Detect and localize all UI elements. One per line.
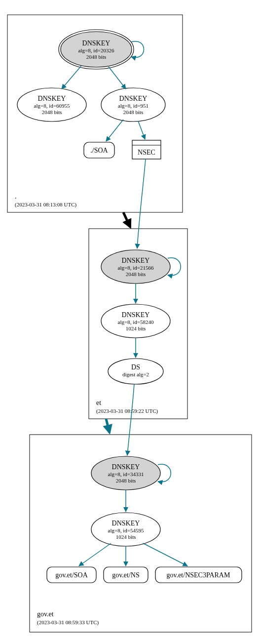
svg-text:gov.et/NS: gov.et/NS bbox=[112, 571, 139, 579]
svg-text:2048 bits: 2048 bits bbox=[116, 478, 136, 483]
node-et-ds: DS digest alg=2 bbox=[108, 359, 163, 384]
svg-text:DNSKEY: DNSKEY bbox=[112, 520, 140, 527]
edge-root-into-et bbox=[123, 212, 130, 227]
zone-root-timestamp: (2023-03-31 08:13:08 UTC) bbox=[15, 201, 77, 208]
svg-text:DNSKEY: DNSKEY bbox=[112, 463, 140, 471]
zone-gov-et-label: gov.et bbox=[37, 610, 54, 618]
svg-text:alg=8, id=20326: alg=8, id=20326 bbox=[78, 47, 114, 53]
node-et-ksk: DNSKEY alg=8, id=21566 2048 bits bbox=[101, 250, 170, 283]
svg-text:1024 bits: 1024 bits bbox=[126, 325, 146, 331]
edge-et-into-gov bbox=[106, 419, 110, 433]
node-root-nsec: NSEC bbox=[132, 140, 161, 159]
edge-govzsk-to-soa bbox=[79, 543, 111, 566]
zone-et-timestamp: (2023-03-31 08:59:22 UTC) bbox=[96, 408, 158, 414]
svg-text:digest alg=2: digest alg=2 bbox=[122, 371, 149, 377]
node-gov-ns: gov.et/NS bbox=[104, 567, 148, 583]
svg-text:alg=8, id=951: alg=8, id=951 bbox=[118, 103, 148, 109]
node-root-zsk-60955: DNSKEY alg=8, id=60955 2048 bits bbox=[17, 88, 86, 121]
dnssec-diagram: . (2023-03-31 08:13:08 UTC) DNSKEY alg=8… bbox=[0, 0, 259, 644]
svg-text:1024 bits: 1024 bits bbox=[116, 534, 136, 540]
zone-et: et (2023-03-31 08:59:22 UTC) DNSKEY alg=… bbox=[89, 229, 187, 419]
node-gov-nsec3param: gov.et/NSEC3PARAM bbox=[155, 567, 242, 583]
node-root-ksk: DNSKEY alg=8, id=20326 2048 bits bbox=[59, 30, 134, 69]
svg-text:2048 bits: 2048 bits bbox=[123, 109, 144, 115]
svg-text:alg=8, id=21566: alg=8, id=21566 bbox=[118, 265, 154, 271]
node-root-zsk-951: DNSKEY alg=8, id=951 2048 bits bbox=[101, 88, 165, 121]
svg-text:DNSKEY: DNSKEY bbox=[122, 311, 150, 319]
svg-text:DNSKEY: DNSKEY bbox=[38, 95, 66, 102]
svg-text:2048 bits: 2048 bits bbox=[86, 54, 107, 60]
edge-govzsk-to-nsec3p bbox=[143, 543, 187, 566]
svg-text:./SOA: ./SOA bbox=[90, 147, 108, 154]
zone-root-label: . bbox=[15, 193, 17, 200]
svg-text:alg=8, id=60955: alg=8, id=60955 bbox=[34, 103, 70, 109]
svg-text:DNSKEY: DNSKEY bbox=[82, 40, 111, 47]
svg-text:alg=8, id=34331: alg=8, id=34331 bbox=[108, 471, 144, 477]
node-et-zsk: DNSKEY alg=8, id=58240 1024 bits bbox=[101, 304, 170, 338]
svg-text:DS: DS bbox=[131, 363, 140, 371]
svg-text:gov.et/NSEC3PARAM: gov.et/NSEC3PARAM bbox=[167, 571, 230, 579]
svg-text:gov.et/SOA: gov.et/SOA bbox=[55, 571, 88, 579]
svg-text:2048 bits: 2048 bits bbox=[42, 109, 62, 115]
svg-text:DNSKEY: DNSKEY bbox=[119, 95, 148, 102]
svg-text:DNSKEY: DNSKEY bbox=[122, 257, 150, 264]
edge-zsk2-to-nsec bbox=[138, 121, 145, 139]
edge-zsk2-to-soa bbox=[106, 120, 123, 141]
svg-text:2048 bits: 2048 bits bbox=[126, 271, 146, 277]
zone-et-label: et bbox=[96, 399, 101, 406]
edge-ds-to-govksk bbox=[127, 384, 134, 455]
zone-gov-et: gov.et (2023-03-31 08:59:33 UTC) DNSKEY … bbox=[30, 435, 252, 632]
zone-gov-et-timestamp: (2023-03-31 08:59:33 UTC) bbox=[37, 619, 99, 626]
node-gov-zsk: DNSKEY alg=8, id=54595 1024 bits bbox=[91, 513, 160, 546]
zone-root: . (2023-03-31 08:13:08 UTC) DNSKEY alg=8… bbox=[7, 15, 183, 212]
node-gov-ksk: DNSKEY alg=8, id=34331 2048 bits bbox=[91, 456, 160, 490]
edge-nsec-to-etksk bbox=[137, 159, 146, 248]
svg-text:NSEC: NSEC bbox=[138, 149, 155, 156]
svg-text:alg=8, id=58240: alg=8, id=58240 bbox=[118, 319, 154, 325]
node-root-soa: ./SOA bbox=[84, 142, 114, 158]
edge-rootksk-to-zsk2 bbox=[109, 67, 126, 89]
edge-rootksk-to-zsk1 bbox=[62, 66, 81, 89]
svg-text:alg=8, id=54595: alg=8, id=54595 bbox=[108, 527, 144, 533]
node-gov-soa: gov.et/SOA bbox=[47, 567, 96, 583]
edge-root-ksk-self bbox=[131, 41, 144, 58]
